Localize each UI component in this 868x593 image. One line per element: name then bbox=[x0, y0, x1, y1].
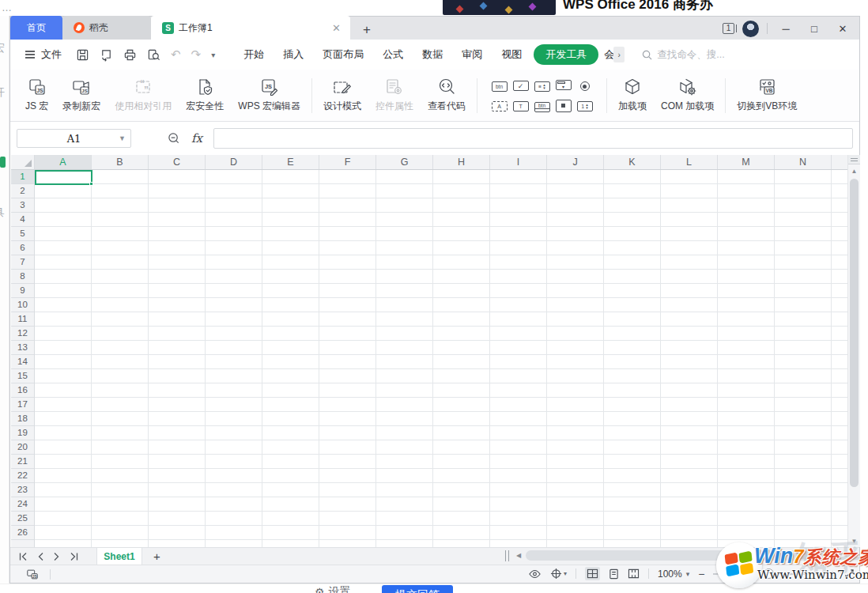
prev-sheet-icon[interactable] bbox=[36, 552, 44, 561]
ribbon-button-view-code[interactable]: 查看代码 bbox=[421, 74, 473, 116]
ribbon-button-addins[interactable]: 加载项 bbox=[611, 74, 654, 116]
zoom-dropdown-icon[interactable]: ▾ bbox=[686, 570, 690, 578]
row-header-4[interactable]: 4 bbox=[11, 213, 34, 227]
ribbon-tab-2[interactable]: 插入 bbox=[274, 44, 313, 65]
ribbon-button-js-macro[interactable]: JSJS 宏 bbox=[18, 74, 55, 116]
view-mode-dropdown[interactable]: ▾ bbox=[550, 568, 567, 580]
ribbon-tab-9[interactable]: 会 bbox=[601, 44, 613, 65]
ribbon-tab-3[interactable]: 页面布局 bbox=[313, 44, 373, 65]
add-sheet-button[interactable]: + bbox=[153, 550, 160, 563]
zoom-in-button[interactable]: + bbox=[829, 568, 836, 580]
ribbon-button-wps-macro-editor[interactable]: JSWPS 宏编辑器 bbox=[231, 74, 308, 116]
horizontal-scroll-thumb[interactable] bbox=[526, 550, 837, 561]
last-sheet-icon[interactable] bbox=[70, 552, 79, 561]
zoom-out-button[interactable]: − bbox=[698, 568, 704, 580]
control-spin-combo-icon[interactable]: ≡▴▾ bbox=[534, 80, 550, 92]
undo-icon[interactable]: ↶ bbox=[171, 47, 181, 62]
column-header-K[interactable]: K bbox=[604, 155, 661, 169]
redo-icon[interactable]: ↷ bbox=[191, 47, 202, 62]
ribbon-button-switch-vb[interactable]: VB切换到VB环境 bbox=[730, 74, 804, 116]
control-spin-button-icon[interactable]: 1▴▾ bbox=[577, 100, 593, 111]
scroll-down-icon[interactable]: ▼ bbox=[848, 538, 860, 545]
document-tab[interactable]: S 工作簿1 ✕ bbox=[151, 16, 350, 40]
column-header-M[interactable]: M bbox=[718, 155, 775, 169]
row-header-17[interactable]: 17 bbox=[11, 398, 34, 412]
row-header-23[interactable]: 23 bbox=[11, 483, 34, 497]
row-header-15[interactable]: 15 bbox=[11, 369, 34, 383]
cells-canvas[interactable] bbox=[35, 170, 847, 547]
row-header-14[interactable]: 14 bbox=[11, 355, 34, 369]
row-header-19[interactable]: 19 bbox=[11, 426, 34, 440]
column-header-A[interactable]: A bbox=[35, 155, 92, 169]
macro-status-icon[interactable]: JS bbox=[26, 568, 39, 580]
column-header-F[interactable]: F bbox=[319, 155, 376, 169]
zoom-slider-knob[interactable] bbox=[764, 568, 774, 579]
save-icon[interactable] bbox=[76, 48, 89, 62]
selected-cell-a1[interactable] bbox=[35, 170, 92, 185]
horizontal-scrollbar[interactable] bbox=[526, 550, 842, 561]
ribbon-tab-4[interactable]: 公式 bbox=[373, 44, 413, 65]
column-header-J[interactable]: J bbox=[547, 155, 604, 169]
file-menu-button[interactable]: 文件 bbox=[25, 47, 62, 62]
row-header-10[interactable]: 10 bbox=[11, 298, 34, 312]
row-header-22[interactable]: 22 bbox=[11, 469, 34, 483]
name-box[interactable]: A1 ▼ bbox=[17, 129, 131, 148]
row-header-1[interactable]: 1 bbox=[11, 170, 34, 184]
close-window-button[interactable]: ✕ bbox=[832, 17, 853, 40]
column-header-C[interactable]: C bbox=[149, 155, 206, 169]
control-combo-box-icon[interactable]: ▾ bbox=[556, 80, 572, 91]
ribbon-tab-1[interactable]: 开始 bbox=[234, 44, 274, 65]
control-button-icon[interactable]: btn bbox=[492, 80, 508, 92]
zoom-slider[interactable] bbox=[713, 573, 824, 575]
row-header-11[interactable]: 11 bbox=[11, 312, 34, 327]
row-header-25[interactable]: 25 bbox=[11, 512, 34, 526]
scroll-up-icon[interactable]: ▲ bbox=[848, 168, 860, 175]
settings-link[interactable]: ⚙ 设置 bbox=[315, 585, 351, 593]
formula-input[interactable] bbox=[213, 128, 853, 149]
row-header-26[interactable]: 26 bbox=[11, 526, 34, 540]
row-header-9[interactable]: 9 bbox=[11, 284, 34, 298]
row-header-16[interactable]: 16 bbox=[11, 383, 34, 398]
name-box-dropdown-icon[interactable]: ▼ bbox=[119, 134, 126, 142]
sheet-tab-sheet1[interactable]: Sheet1 bbox=[96, 548, 142, 565]
maximize-button[interactable]: □ bbox=[804, 17, 825, 40]
minimize-button[interactable]: ─ bbox=[776, 17, 796, 40]
row-header-2[interactable]: 2 bbox=[11, 184, 34, 198]
column-header-partial[interactable] bbox=[832, 155, 847, 169]
ribbon-tab-6[interactable]: 审阅 bbox=[452, 44, 492, 65]
scroll-left-icon[interactable]: ◀ bbox=[516, 552, 521, 559]
control-text-box-icon[interactable]: T bbox=[513, 100, 529, 111]
eye-protection-icon[interactable] bbox=[528, 568, 542, 580]
docer-tab[interactable]: 稻壳 bbox=[62, 16, 151, 40]
row-header-18[interactable]: 18 bbox=[11, 412, 34, 426]
column-header-E[interactable]: E bbox=[262, 155, 319, 169]
column-header-H[interactable]: H bbox=[433, 155, 490, 169]
new-tab-button[interactable]: + bbox=[363, 23, 371, 36]
row-header-3[interactable]: 3 bbox=[11, 198, 34, 213]
ribbon-tab-5[interactable]: 数据 bbox=[413, 44, 452, 65]
close-document-icon[interactable]: ✕ bbox=[332, 22, 341, 34]
row-header-12[interactable]: 12 bbox=[11, 327, 34, 341]
vertical-scrollbar[interactable]: ▲ ▼ bbox=[847, 155, 860, 547]
print-icon[interactable] bbox=[123, 48, 137, 62]
command-search[interactable]: 查找命令、搜... bbox=[642, 48, 730, 62]
horizontal-split-handle[interactable] bbox=[505, 550, 509, 561]
window-stack-icon[interactable]: 1 bbox=[723, 23, 734, 34]
row-header-8[interactable]: 8 bbox=[11, 270, 34, 284]
select-all-corner[interactable] bbox=[11, 155, 35, 170]
column-header-I[interactable]: I bbox=[490, 155, 547, 169]
column-header-D[interactable]: D bbox=[206, 155, 262, 169]
fill-handle[interactable] bbox=[89, 182, 93, 186]
control-checkbox-icon[interactable]: ✓ bbox=[513, 80, 529, 92]
home-tab[interactable]: 首页 bbox=[10, 16, 62, 40]
insert-function-fx-icon[interactable]: fx bbox=[191, 131, 202, 145]
row-header-6[interactable]: 6 bbox=[11, 241, 34, 255]
avatar[interactable] bbox=[742, 21, 759, 37]
ribbon-button-record-macro[interactable]: JS录制新宏 bbox=[55, 74, 108, 116]
ribbon-button-macro-security[interactable]: 宏安全性 bbox=[179, 74, 231, 116]
vertical-scroll-thumb[interactable] bbox=[850, 179, 859, 487]
column-header-B[interactable]: B bbox=[92, 155, 149, 169]
submit-answer-button[interactable]: 提交回答 bbox=[382, 585, 453, 593]
ribbon-tab-8[interactable]: 开发工具 bbox=[534, 44, 598, 65]
vertical-split-handle[interactable] bbox=[848, 155, 860, 164]
